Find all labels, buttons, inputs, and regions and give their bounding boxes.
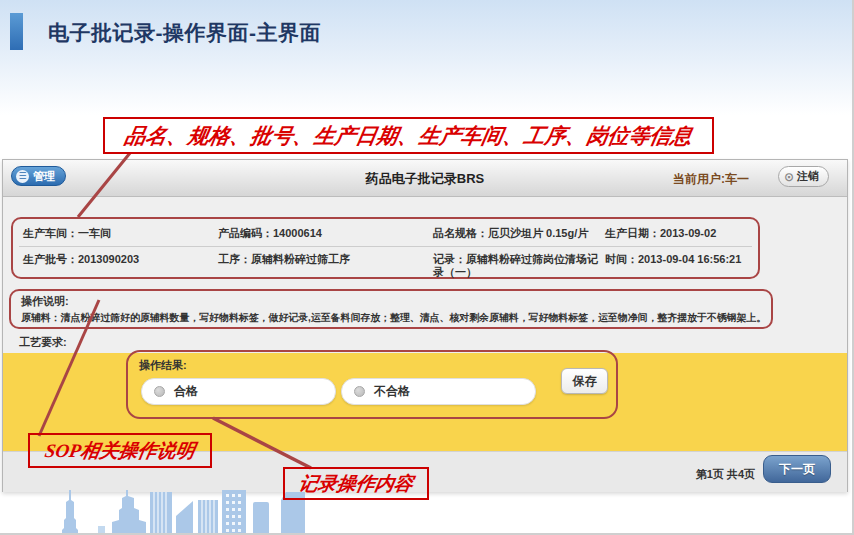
field-product-code: 产品编码：14000614 [218, 227, 430, 240]
radio-icon[interactable] [154, 386, 165, 397]
skyline-decoration [55, 490, 317, 535]
result-label: 操作结果: [139, 358, 187, 373]
current-user-label: 当前用户:车一 [673, 171, 749, 188]
sop-instruction-panel: 操作说明: 原辅料：清点粉碎过筛好的原辅料数量，写好物料标签，做好记录,运至备料… [9, 289, 773, 329]
field-record: 记录：原辅料粉碎过筛岗位清场记录（一） [433, 253, 605, 279]
title-accent-bar [10, 13, 23, 50]
annotation-box-top: 品名、规格、批号、生产日期、生产车间、工序、岗位等信息 [103, 117, 714, 154]
annotation-box-sop: SOP相关操作说明 [28, 433, 212, 468]
slide: 电子批记录-操作界面-主界面 品名、规格、批号、生产日期、生产车间、工序、岗位等… [0, 0, 854, 535]
annotation-box-record: 记录操作内容 [283, 467, 429, 500]
field-process: 工序：原辅料粉碎过筛工序 [218, 253, 430, 266]
logout-button-label: 注销 [797, 169, 819, 184]
top-gradient-band [0, 0, 854, 115]
radio-icon[interactable] [354, 386, 365, 397]
option-unqualified-label: 不合格 [374, 383, 410, 400]
app-header: ☰ 管理 药品电子批记录BRS 当前用户:车一 ⊙ 注销 [3, 160, 847, 197]
field-production-date: 生产日期：2013-09-02 [605, 227, 757, 240]
logout-icon: ⊙ [784, 171, 794, 183]
field-product-spec: 品名规格：厄贝沙坦片 0.15g/片 [433, 227, 605, 240]
annotation-sop-text: SOP相关操作说明 [43, 438, 197, 464]
process-requirement-label: 工艺要求: [19, 335, 67, 350]
field-time: 时间：2013-09-04 16:56:21 [605, 253, 757, 266]
slide-title: 电子批记录-操作界面-主界面 [48, 19, 321, 47]
info-row-divider [19, 246, 752, 247]
option-qualified-label: 合格 [174, 383, 198, 400]
field-batch-number: 生产批号：2013090203 [23, 253, 213, 266]
sop-heading: 操作说明: [21, 294, 761, 309]
next-page-button[interactable]: 下一页 [763, 455, 831, 483]
logout-button[interactable]: ⊙ 注销 [778, 166, 829, 187]
option-qualified[interactable]: 合格 [141, 378, 336, 405]
annotation-top-text: 品名、规格、批号、生产日期、生产车间、工序、岗位等信息 [123, 122, 695, 150]
annotation-record-text: 记录操作内容 [297, 471, 416, 497]
sop-text: 原辅料：清点粉碎过筛好的原辅料数量，写好物料标签，做好记录,运至备料间存放；整理… [21, 311, 761, 325]
batch-info-panel: 生产车间：一车间 产品编码：14000614 品名规格：厄贝沙坦片 0.15g/… [11, 217, 760, 279]
save-button[interactable]: 保存 [561, 368, 608, 394]
page-info: 第1页 共4页 [696, 467, 755, 482]
field-workshop: 生产车间：一车间 [23, 227, 213, 240]
option-unqualified[interactable]: 不合格 [341, 378, 536, 405]
